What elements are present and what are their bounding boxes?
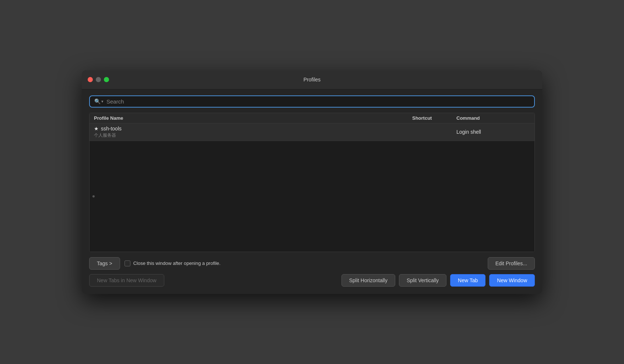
new-tabs-in-new-window-button: New Tabs in New Window <box>89 274 164 287</box>
content-area: 🔍 ▾ Profile Name Shortcut Command ★ ssh-… <box>82 90 542 294</box>
command-cell: Login shell <box>456 126 530 139</box>
new-window-button[interactable]: New Window <box>489 274 535 287</box>
profile-name-cell: ★ ssh-tools 个人服务器 <box>94 126 412 139</box>
search-bar: 🔍 ▾ <box>89 95 535 108</box>
col-profile-name: Profile Name <box>94 115 412 121</box>
traffic-lights <box>88 77 109 82</box>
footer-top-row: Tags > Close this window after opening a… <box>89 257 535 270</box>
footer: Tags > Close this window after opening a… <box>89 257 535 287</box>
close-window-label: Close this window after opening a profil… <box>133 260 221 266</box>
col-shortcut: Shortcut <box>412 115 456 121</box>
table-header: Profile Name Shortcut Command <box>90 113 534 123</box>
profiles-window: Profiles 🔍 ▾ Profile Name Shortcut Comma… <box>82 70 542 294</box>
scrollbar-indicator <box>92 195 95 197</box>
footer-left: Tags > Close this window after opening a… <box>89 257 221 270</box>
window-title: Profiles <box>304 77 321 83</box>
profiles-table: Profile Name Shortcut Command ★ ssh-tool… <box>89 113 535 252</box>
empty-table-area <box>90 141 534 252</box>
profile-name: ssh-tools <box>101 126 122 132</box>
maximize-button[interactable] <box>104 77 109 82</box>
col-command: Command <box>456 115 530 121</box>
default-star-icon: ★ <box>94 126 99 132</box>
shortcut-cell <box>412 126 456 139</box>
search-input[interactable] <box>106 98 530 105</box>
new-tab-button[interactable]: New Tab <box>450 274 485 287</box>
footer-bottom-row: New Tabs in New Window Split Horizontall… <box>89 274 535 287</box>
search-icon: 🔍 ▾ <box>94 98 104 104</box>
close-window-checkbox[interactable] <box>125 260 130 266</box>
profile-subtitle: 个人服务器 <box>94 132 412 139</box>
titlebar: Profiles <box>82 70 542 90</box>
split-vertically-button[interactable]: Split Vertically <box>399 274 446 287</box>
edit-profiles-button[interactable]: Edit Profiles... <box>488 257 535 270</box>
tags-button[interactable]: Tags > <box>89 257 120 270</box>
table-body: ★ ssh-tools 个人服务器 Login shell <box>90 123 534 252</box>
close-button[interactable] <box>88 77 93 82</box>
table-row[interactable]: ★ ssh-tools 个人服务器 Login shell <box>90 123 534 141</box>
minimize-button[interactable] <box>96 77 101 82</box>
close-window-option: Close this window after opening a profil… <box>125 260 221 266</box>
split-horizontally-button[interactable]: Split Horizontally <box>341 274 395 287</box>
